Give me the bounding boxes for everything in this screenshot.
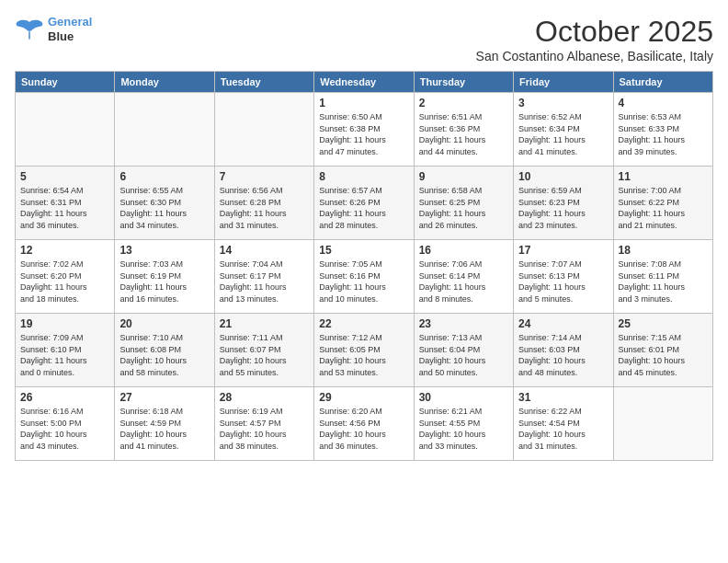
calendar-cell: 1Sunrise: 6:50 AM Sunset: 6:38 PM Daylig… — [314, 93, 414, 167]
day-info: Sunrise: 6:16 AM Sunset: 5:00 PM Dayligh… — [20, 406, 109, 452]
day-number: 22 — [319, 317, 408, 330]
day-info: Sunrise: 7:04 AM Sunset: 6:17 PM Dayligh… — [220, 259, 309, 304]
day-number: 23 — [419, 317, 508, 330]
day-info: Sunrise: 6:52 AM Sunset: 6:34 PM Dayligh… — [518, 111, 608, 157]
header-friday: Friday — [514, 72, 613, 93]
calendar-table: SundayMondayTuesdayWednesdayThursdayFrid… — [15, 71, 713, 461]
day-info: Sunrise: 7:09 AM Sunset: 6:10 PM Dayligh… — [20, 332, 109, 378]
header-monday: Monday — [115, 72, 214, 93]
day-number: 4 — [619, 97, 708, 109]
calendar-cell: 25Sunrise: 7:15 AM Sunset: 6:01 PM Dayli… — [613, 314, 712, 387]
day-info: Sunrise: 6:51 AM Sunset: 6:36 PM Dayligh… — [419, 111, 508, 157]
day-info: Sunrise: 7:03 AM Sunset: 6:19 PM Dayligh… — [119, 259, 209, 304]
calendar-week-row: 26Sunrise: 6:16 AM Sunset: 5:00 PM Dayli… — [16, 387, 713, 461]
calendar-cell: 15Sunrise: 7:05 AM Sunset: 6:16 PM Dayli… — [314, 240, 414, 314]
calendar-cell — [613, 387, 712, 461]
day-info: Sunrise: 7:10 AM Sunset: 6:08 PM Dayligh… — [119, 332, 209, 378]
header-saturday: Saturday — [613, 72, 712, 93]
day-info: Sunrise: 7:05 AM Sunset: 6:16 PM Dayligh… — [319, 259, 408, 304]
day-number: 1 — [319, 97, 408, 109]
day-info: Sunrise: 6:20 AM Sunset: 4:56 PM Dayligh… — [319, 406, 408, 452]
calendar-cell: 6Sunrise: 6:55 AM Sunset: 6:30 PM Daylig… — [115, 167, 214, 240]
day-number: 15 — [319, 244, 408, 257]
day-number: 10 — [518, 170, 608, 183]
logo-icon — [15, 18, 44, 40]
day-info: Sunrise: 7:15 AM Sunset: 6:01 PM Dayligh… — [619, 332, 708, 378]
day-info: Sunrise: 6:54 AM Sunset: 6:31 PM Dayligh… — [20, 185, 109, 231]
calendar-cell: 2Sunrise: 6:51 AM Sunset: 6:36 PM Daylig… — [414, 93, 513, 167]
calendar-cell: 11Sunrise: 7:00 AM Sunset: 6:22 PM Dayli… — [613, 167, 712, 240]
header-sunday: Sunday — [16, 72, 115, 93]
day-info: Sunrise: 7:07 AM Sunset: 6:13 PM Dayligh… — [518, 259, 608, 304]
calendar-cell: 14Sunrise: 7:04 AM Sunset: 6:17 PM Dayli… — [214, 240, 313, 314]
day-number: 27 — [119, 391, 209, 404]
header-thursday: Thursday — [414, 72, 513, 93]
day-info: Sunrise: 6:50 AM Sunset: 6:38 PM Dayligh… — [319, 111, 408, 157]
day-number: 8 — [319, 170, 408, 183]
calendar-header-row: SundayMondayTuesdayWednesdayThursdayFrid… — [16, 72, 713, 93]
day-number: 2 — [419, 97, 508, 109]
logo: General Blue — [15, 15, 92, 43]
calendar-subtitle: San Costantino Albanese, Basilicate, Ita… — [476, 49, 713, 63]
calendar-cell: 28Sunrise: 6:19 AM Sunset: 4:57 PM Dayli… — [214, 387, 313, 461]
calendar-cell: 10Sunrise: 6:59 AM Sunset: 6:23 PM Dayli… — [514, 167, 613, 240]
day-number: 20 — [119, 317, 209, 330]
day-info: Sunrise: 6:22 AM Sunset: 4:54 PM Dayligh… — [518, 406, 608, 452]
day-info: Sunrise: 7:00 AM Sunset: 6:22 PM Dayligh… — [619, 185, 708, 231]
calendar-title: October 2025 — [476, 15, 713, 49]
calendar-week-row: 19Sunrise: 7:09 AM Sunset: 6:10 PM Dayli… — [16, 314, 713, 387]
calendar-cell: 26Sunrise: 6:16 AM Sunset: 5:00 PM Dayli… — [16, 387, 115, 461]
header-wednesday: Wednesday — [314, 72, 414, 93]
calendar-cell: 31Sunrise: 6:22 AM Sunset: 4:54 PM Dayli… — [514, 387, 613, 461]
header-tuesday: Tuesday — [214, 72, 313, 93]
day-number: 9 — [419, 170, 508, 183]
day-number: 30 — [419, 391, 508, 404]
day-number: 12 — [20, 244, 109, 257]
day-info: Sunrise: 6:21 AM Sunset: 4:55 PM Dayligh… — [419, 406, 508, 452]
day-info: Sunrise: 6:19 AM Sunset: 4:57 PM Dayligh… — [220, 406, 309, 452]
day-number: 11 — [619, 170, 708, 183]
day-info: Sunrise: 7:06 AM Sunset: 6:14 PM Dayligh… — [419, 259, 508, 304]
calendar-cell: 8Sunrise: 6:57 AM Sunset: 6:26 PM Daylig… — [314, 167, 414, 240]
logo-text: General Blue — [48, 15, 92, 43]
day-number: 24 — [518, 317, 608, 330]
page-header: General Blue October 2025 San Costantino… — [15, 15, 713, 63]
calendar-cell: 16Sunrise: 7:06 AM Sunset: 6:14 PM Dayli… — [414, 240, 513, 314]
day-number: 26 — [20, 391, 109, 404]
day-number: 31 — [518, 391, 608, 404]
calendar-cell: 5Sunrise: 6:54 AM Sunset: 6:31 PM Daylig… — [16, 167, 115, 240]
day-number: 16 — [419, 244, 508, 257]
day-number: 21 — [220, 317, 309, 330]
calendar-cell: 7Sunrise: 6:56 AM Sunset: 6:28 PM Daylig… — [214, 167, 313, 240]
calendar-cell — [115, 93, 214, 167]
calendar-cell: 21Sunrise: 7:11 AM Sunset: 6:07 PM Dayli… — [214, 314, 313, 387]
day-info: Sunrise: 7:14 AM Sunset: 6:03 PM Dayligh… — [518, 332, 608, 378]
calendar-cell: 20Sunrise: 7:10 AM Sunset: 6:08 PM Dayli… — [115, 314, 214, 387]
calendar-cell: 19Sunrise: 7:09 AM Sunset: 6:10 PM Dayli… — [16, 314, 115, 387]
day-number: 5 — [20, 170, 109, 183]
day-number: 17 — [518, 244, 608, 257]
day-info: Sunrise: 6:55 AM Sunset: 6:30 PM Dayligh… — [119, 185, 209, 231]
calendar-cell — [214, 93, 313, 167]
calendar-cell: 13Sunrise: 7:03 AM Sunset: 6:19 PM Dayli… — [115, 240, 214, 314]
calendar-cell: 18Sunrise: 7:08 AM Sunset: 6:11 PM Dayli… — [613, 240, 712, 314]
calendar-cell: 24Sunrise: 7:14 AM Sunset: 6:03 PM Dayli… — [514, 314, 613, 387]
day-info: Sunrise: 7:11 AM Sunset: 6:07 PM Dayligh… — [220, 332, 309, 378]
day-info: Sunrise: 7:13 AM Sunset: 6:04 PM Dayligh… — [419, 332, 508, 378]
calendar-cell: 4Sunrise: 6:53 AM Sunset: 6:33 PM Daylig… — [613, 93, 712, 167]
day-number: 7 — [220, 170, 309, 183]
day-info: Sunrise: 6:59 AM Sunset: 6:23 PM Dayligh… — [518, 185, 608, 231]
day-info: Sunrise: 6:53 AM Sunset: 6:33 PM Dayligh… — [619, 111, 708, 157]
day-info: Sunrise: 7:02 AM Sunset: 6:20 PM Dayligh… — [20, 259, 109, 304]
day-info: Sunrise: 7:08 AM Sunset: 6:11 PM Dayligh… — [619, 259, 708, 304]
day-number: 25 — [619, 317, 708, 330]
calendar-cell: 17Sunrise: 7:07 AM Sunset: 6:13 PM Dayli… — [514, 240, 613, 314]
day-info: Sunrise: 6:18 AM Sunset: 4:59 PM Dayligh… — [119, 406, 209, 452]
calendar-cell: 3Sunrise: 6:52 AM Sunset: 6:34 PM Daylig… — [514, 93, 613, 167]
day-number: 19 — [20, 317, 109, 330]
day-info: Sunrise: 6:57 AM Sunset: 6:26 PM Dayligh… — [319, 185, 408, 231]
calendar-week-row: 5Sunrise: 6:54 AM Sunset: 6:31 PM Daylig… — [16, 167, 713, 240]
calendar-cell — [16, 93, 115, 167]
calendar-cell: 29Sunrise: 6:20 AM Sunset: 4:56 PM Dayli… — [314, 387, 414, 461]
day-number: 18 — [619, 244, 708, 257]
